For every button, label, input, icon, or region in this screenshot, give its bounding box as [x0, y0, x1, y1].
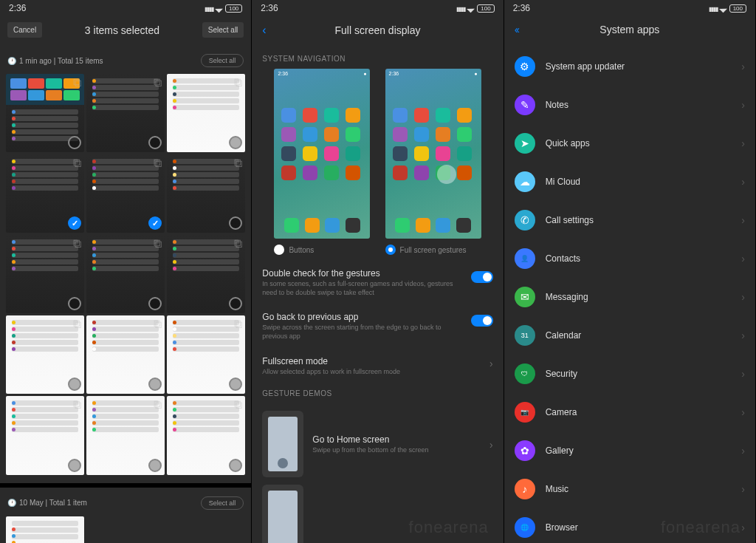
setting-double-check[interactable]: Double check for the gestures In some sc… — [252, 261, 503, 304]
screenshot-thumbnail[interactable]: ⧉ — [6, 154, 84, 233]
system-app-item[interactable]: ♪Music› — [504, 470, 755, 508]
radio-buttons[interactable] — [274, 245, 284, 255]
preview-gestures[interactable]: 2:36● Full screen gestures — [385, 69, 481, 261]
stack-icon: ⧉ — [234, 76, 243, 85]
app-icon: 🌐 — [515, 517, 535, 538]
checkbox-checked-icon[interactable] — [68, 216, 81, 230]
checkbox-unchecked-icon[interactable] — [68, 459, 81, 472]
checkbox-checked-icon[interactable] — [148, 216, 162, 230]
screenshot-thumbnail[interactable]: ⧉ — [6, 74, 84, 152]
system-app-item[interactable]: ☁Mi Cloud› — [504, 163, 755, 201]
system-app-item[interactable]: ➤Quick apps› — [504, 124, 755, 163]
screenshot-thumbnail[interactable]: ⧉ — [6, 396, 84, 474]
chevron-right-icon: › — [741, 406, 745, 418]
chevron-right-icon: › — [741, 99, 745, 111]
status-time: 2:36 — [513, 3, 530, 13]
app-label: Mi Cloud — [546, 177, 732, 187]
checkbox-unchecked-icon[interactable] — [229, 216, 242, 230]
checkbox-unchecked-icon[interactable] — [148, 136, 162, 149]
dock-icon — [325, 218, 340, 233]
screenshot-thumbnail[interactable]: ⧉ — [86, 396, 165, 474]
checkbox-unchecked-icon[interactable] — [229, 297, 242, 310]
status-icons: 100 — [456, 3, 494, 13]
status-bar: 2:36 100 — [0, 0, 251, 16]
chevron-right-icon: › — [741, 176, 745, 188]
system-app-item[interactable]: 📷Camera› — [504, 393, 755, 431]
checkbox-unchecked-icon[interactable] — [68, 378, 81, 391]
system-app-item[interactable]: ✿Gallery› — [504, 431, 755, 470]
chevron-right-icon: › — [489, 439, 493, 451]
screenshot-thumbnail[interactable] — [6, 516, 84, 543]
system-app-item[interactable]: 👤Contacts› — [504, 239, 755, 278]
preview-buttons[interactable]: 2:36● Buttons — [274, 69, 370, 261]
app-icon — [393, 146, 408, 161]
group-select-all-button[interactable]: Select all — [201, 496, 244, 510]
select-all-button[interactable]: Select all — [202, 22, 244, 38]
stack-icon: ⧉ — [154, 398, 162, 407]
app-label: Music — [546, 484, 732, 494]
demo-title: Go to Home screen — [312, 434, 473, 445]
app-label: Quick apps — [546, 138, 732, 148]
setting-go-back[interactable]: Go back to previous app Swipe across the… — [252, 304, 503, 348]
screenshot-thumbnail[interactable]: ⧉ — [167, 235, 245, 313]
screenshot-thumbnail[interactable]: ⧉ — [167, 154, 245, 233]
screenshot-thumbnail[interactable]: ⧉ — [6, 315, 84, 394]
toggle-switch[interactable] — [471, 271, 493, 283]
group-select-all-button[interactable]: Select all — [201, 54, 244, 67]
system-app-item[interactable]: ⚙System app updater› — [504, 47, 755, 86]
setting-fullscreen-mode[interactable]: Fullscreen mode Allow selected apps to w… — [252, 349, 503, 384]
wifi-icon — [216, 3, 222, 13]
back-button[interactable]: ‹ — [262, 24, 266, 37]
screenshot-thumbnail[interactable]: ⧉ — [167, 315, 245, 394]
screenshot-thumbnail[interactable]: ⧉ — [167, 396, 245, 474]
system-app-item[interactable]: 🛡Security› — [504, 355, 755, 393]
battery-icon: 100 — [477, 4, 494, 13]
fullscreen-display-screen: 2:36 100 ‹ Full screen display SYSTEM NA… — [252, 0, 504, 543]
screenshot-thumbnail[interactable]: ⧉ — [6, 235, 84, 313]
group-label: 1 min ago | Total 15 items — [19, 57, 103, 65]
stack-icon: ⧉ — [154, 157, 162, 165]
setting-subtitle: Allow selected apps to work in fullscree… — [262, 368, 482, 377]
checkbox-unchecked-icon[interactable] — [68, 297, 81, 310]
setting-subtitle: In some scenes, such as full-screen game… — [262, 280, 463, 297]
app-icon — [436, 127, 450, 142]
system-app-item[interactable]: ✆Call settings› — [504, 201, 755, 239]
checkbox-unchecked-icon[interactable] — [148, 378, 162, 391]
chevron-right-icon: › — [741, 368, 745, 380]
app-label: Messaging — [546, 292, 732, 302]
setting-title: Go back to previous app — [262, 312, 463, 322]
cancel-button[interactable]: Cancel — [7, 22, 42, 38]
gesture-demo-home[interactable]: Go to Home screen Swipe up from the bott… — [252, 403, 503, 485]
checkbox-unchecked-icon[interactable] — [229, 378, 242, 391]
checkbox-unchecked-icon[interactable] — [148, 459, 162, 472]
checkbox-unchecked-icon[interactable] — [229, 136, 242, 149]
app-icon: ➤ — [515, 133, 535, 154]
chevron-right-icon: › — [741, 445, 745, 457]
app-icon — [346, 165, 360, 180]
stack-icon: ⧉ — [234, 398, 243, 407]
screenshot-thumbnail[interactable]: ⧉ — [86, 315, 165, 394]
screenshot-thumbnail[interactable]: ⧉ — [86, 74, 165, 152]
app-icon: 📷 — [515, 402, 535, 423]
checkbox-unchecked-icon[interactable] — [148, 297, 162, 310]
system-app-item[interactable]: 31Calendar› — [504, 316, 755, 355]
screenshot-thumbnail[interactable]: ⧉ — [86, 235, 165, 313]
dock-icon — [346, 218, 360, 233]
nav-previews: 2:36● Buttons 2:36● Full screen gestures — [252, 69, 503, 261]
app-icon — [324, 146, 339, 161]
radio-label: Buttons — [289, 246, 314, 254]
checkbox-unchecked-icon[interactable] — [68, 136, 81, 149]
status-icons: 100 — [709, 3, 746, 13]
app-label: Security — [546, 369, 732, 379]
system-app-item[interactable]: ✉Messaging› — [504, 278, 755, 316]
checkbox-unchecked-icon[interactable] — [229, 459, 242, 472]
screenshot-thumbnail[interactable]: ⧉ — [167, 74, 245, 152]
toggle-switch[interactable] — [471, 315, 493, 327]
app-icon — [303, 146, 317, 161]
back-button[interactable]: ‹‹ — [515, 24, 518, 35]
screenshot-thumbnail[interactable]: ⧉ — [86, 154, 165, 233]
radio-gestures[interactable] — [385, 245, 396, 255]
system-app-item[interactable]: ✎Notes› — [504, 86, 755, 124]
chevron-right-icon: › — [741, 253, 745, 264]
app-label: Calendar — [546, 330, 732, 341]
